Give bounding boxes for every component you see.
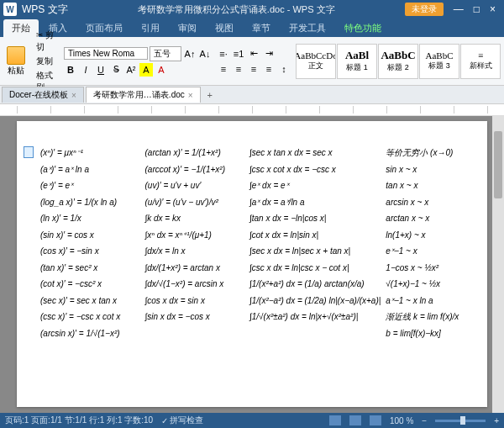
page-info: 页码:1 页面:1/1 节:1/1 行:1 列:1 字数:10 — [5, 415, 153, 426]
doc-tab-docer[interactable]: Docer-在线模板 × — [2, 87, 84, 103]
horizontal-ruler[interactable] — [0, 104, 504, 116]
align-center-button[interactable]: ≡ — [232, 62, 245, 76]
page-area[interactable]: (xⁿ)′ = μxⁿ⁻¹(aˣ)′ = aˣ ln a(eˣ)′ = eˣ (… — [0, 116, 504, 413]
spellcheck-button[interactable]: ✓ 拼写检查 — [161, 415, 203, 426]
bold-button[interactable]: B — [64, 63, 77, 77]
tab-special[interactable]: 特色功能 — [336, 19, 390, 37]
zoom-in-button[interactable]: + — [494, 416, 499, 425]
number-list-button[interactable]: ≡1 — [232, 47, 245, 61]
paste-label: 粘贴 — [8, 65, 24, 77]
strike-button[interactable]: S̶ — [109, 63, 123, 77]
tab-view[interactable]: 视图 — [207, 19, 242, 37]
maximize-button[interactable]: □ — [469, 3, 485, 15]
paste-button[interactable]: 粘贴 — [3, 45, 29, 78]
document-title: 考研数学常用微积分公式背诵表.doc - WPS 文字 — [68, 3, 405, 16]
shrink-font-button[interactable]: A↓ — [198, 47, 212, 61]
font-color-button[interactable]: A — [155, 63, 168, 77]
doc-tab-label: 考研数学常用…诵表.doc — [93, 89, 185, 101]
doc-tab-current[interactable]: 考研数学常用…诵表.doc × — [86, 87, 201, 103]
style-h1[interactable]: AaBl标题 1 — [337, 44, 377, 79]
minimize-button[interactable]: — — [449, 3, 469, 15]
align-left-button[interactable]: ≡ — [217, 62, 230, 76]
underline-button[interactable]: U — [94, 63, 108, 77]
formula-col-3: ∫sec x tan x dx = sec x∫csc x cot x dx =… — [249, 146, 381, 343]
font-size-select[interactable]: 五号 — [150, 46, 181, 61]
zoom-value[interactable]: 100 % — [390, 416, 413, 425]
paragraph-group: ≡· ≡1 ⇤ ⇥ ≡ ≡ ≡ ≡ ↕ — [217, 47, 291, 76]
style-normal[interactable]: AaBbCcDd正文 — [296, 44, 336, 79]
font-group: Times New Roma 五号 A↑ A↓ B I U S̶ A² A A — [64, 46, 212, 77]
app-name: WPS 文字 — [22, 3, 68, 17]
new-style-button[interactable]: ≡新样式 — [460, 44, 501, 79]
tab-references[interactable]: 引用 — [133, 19, 168, 37]
page-icon — [24, 146, 34, 158]
document-tabs: Docer-在线模板 × 考研数学常用…诵表.doc × + — [0, 86, 504, 104]
align-justify-button[interactable]: ≡ — [262, 62, 276, 76]
clipboard-group: 粘贴 — [3, 45, 29, 78]
close-button[interactable]: × — [485, 3, 501, 15]
paste-icon — [7, 46, 25, 65]
doc-tab-label: Docer-在线模板 — [9, 89, 68, 101]
titlebar: W WPS 文字 考研数学常用微积分公式背诵表.doc - WPS 文字 未登录… — [0, 0, 504, 18]
ribbon: 粘贴 ✂ 剪切 复制 格式刷 Times New Roma 五号 A↑ A↓ B… — [0, 37, 504, 86]
document-page[interactable]: (xⁿ)′ = μxⁿ⁻¹(aˣ)′ = aˣ ln a(eˣ)′ = eˣ (… — [17, 121, 487, 407]
statusbar: 页码:1 页面:1/1 节:1/1 行:1 列:1 字数:10 ✓ 拼写检查 1… — [0, 413, 504, 428]
styles-group: AaBbCcDd正文 AaBl标题 1 AaBbC标题 2 AaBbC标题 3 … — [296, 44, 501, 79]
highlight-button[interactable]: A — [139, 63, 153, 77]
view-outline-button[interactable] — [370, 415, 381, 425]
indent-dec-button[interactable]: ⇤ — [247, 47, 260, 61]
style-h3[interactable]: AaBbC标题 3 — [419, 44, 459, 79]
tab-review[interactable]: 审阅 — [170, 19, 205, 37]
line-spacing-button[interactable]: ↕ — [277, 62, 291, 76]
tab-dev[interactable]: 开发工具 — [281, 19, 334, 37]
align-right-button[interactable]: ≡ — [247, 62, 260, 76]
cut-button[interactable]: ✂ 剪切 — [34, 29, 59, 54]
superscript-button[interactable]: A² — [124, 63, 138, 77]
app-logo-icon: W — [3, 3, 17, 16]
grow-font-button[interactable]: A↑ — [183, 47, 197, 61]
zoom-out-button[interactable]: − — [422, 416, 427, 425]
formula-col-1: (xⁿ)′ = μxⁿ⁻¹(aˣ)′ = aˣ ln a(eˣ)′ = eˣ (… — [40, 146, 140, 343]
tab-layout[interactable]: 页面布局 — [77, 19, 131, 37]
view-print-button[interactable] — [329, 415, 341, 425]
formula-content: (xⁿ)′ = μxⁿ⁻¹(aˣ)′ = aˣ ln a(eˣ)′ = eˣ (… — [40, 146, 475, 343]
formula-col-2: (arctan x)′ = 1/(1+x²)(arccot x)′ = −1/(… — [145, 146, 245, 343]
new-tab-button[interactable]: + — [202, 90, 218, 100]
bullet-list-button[interactable]: ≡· — [217, 47, 230, 61]
close-tab-icon[interactable]: × — [188, 91, 193, 100]
clipboard-small: ✂ 剪切 复制 格式刷 — [34, 29, 59, 94]
view-web-button[interactable] — [349, 415, 361, 425]
close-tab-icon[interactable]: × — [71, 91, 76, 100]
ribbon-tabs: 开始 插入 页面布局 引用 审阅 视图 章节 开发工具 特色功能 — [0, 18, 504, 37]
copy-button[interactable]: 复制 — [34, 55, 59, 68]
tab-sections[interactable]: 章节 — [244, 19, 279, 37]
login-button[interactable]: 未登录 — [405, 3, 444, 16]
style-h2[interactable]: AaBbC标题 2 — [378, 44, 418, 79]
scroll-thumb[interactable] — [494, 131, 502, 198]
formula-col-4: 等价无穷小 (x→0)sin x ~ xtan x ~ x arcsin x ~… — [386, 146, 475, 343]
vertical-scrollbar[interactable] — [492, 116, 504, 413]
font-family-select[interactable]: Times New Roma — [64, 47, 148, 60]
zoom-slider[interactable] — [435, 420, 486, 422]
italic-button[interactable]: I — [79, 63, 92, 77]
indent-inc-button[interactable]: ⇥ — [262, 47, 276, 61]
